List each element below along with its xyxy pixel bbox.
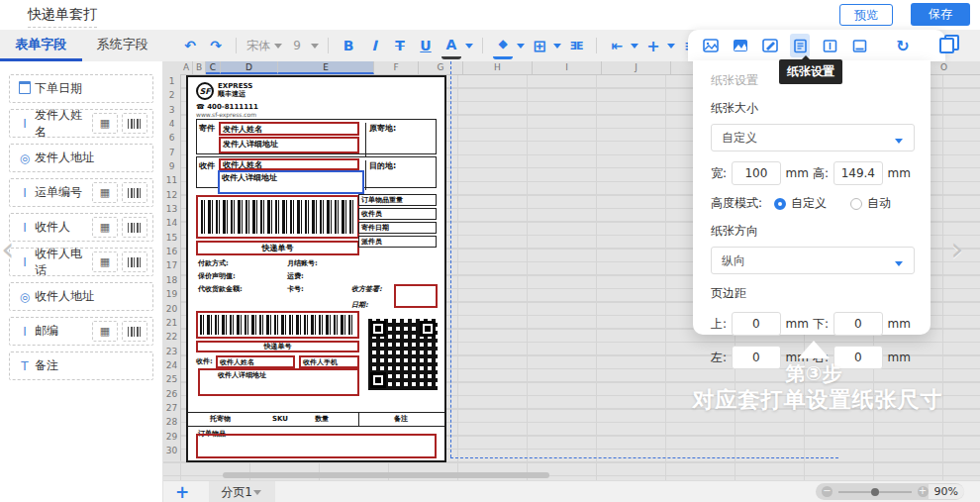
row-number[interactable]: 17 — [163, 258, 180, 272]
expand-panel-chevron[interactable]: › — [950, 234, 964, 263]
zoom-out-button[interactable]: − — [822, 486, 833, 497]
image-icon[interactable] — [701, 34, 721, 57]
order-items-field[interactable] — [196, 434, 437, 458]
row-number[interactable]: 15 — [163, 231, 180, 245]
column-header[interactable]: D — [221, 61, 278, 74]
row-number[interactable]: 12 — [163, 188, 180, 202]
chevron-down-icon[interactable] — [553, 44, 561, 52]
row-number[interactable]: 27 — [163, 401, 180, 415]
row-number[interactable]: 25 — [163, 372, 180, 386]
sidebar-item-sender-name[interactable]: I 发件人姓名 ▦ — [9, 109, 153, 138]
receiver-name-field[interactable]: 收件人姓名 — [216, 355, 295, 368]
column-header[interactable]: E — [278, 61, 374, 74]
redo-icon[interactable]: ↷ — [206, 34, 226, 57]
barcode-field[interactable] — [196, 195, 359, 239]
row-number[interactable]: 18 — [163, 273, 180, 287]
sidebar-item-receiver-phone[interactable]: I 收件人电话 ▦ — [9, 248, 153, 276]
sidebar-item-zipcode[interactable]: I 邮编 ▦ — [9, 317, 153, 346]
date-field[interactable] — [394, 284, 438, 308]
qr-button[interactable]: ▦ — [92, 217, 118, 238]
radio-auto-label[interactable]: 自动 — [867, 195, 891, 212]
row-number[interactable]: 24 — [163, 358, 180, 372]
receiver-phone-field[interactable]: 收件人手机 — [299, 355, 359, 368]
merge-cells-icon[interactable]: ƎE — [566, 34, 586, 57]
column-header[interactable]: H — [463, 61, 533, 74]
strikethrough-icon[interactable]: T — [390, 34, 410, 57]
row-number[interactable]: 4 — [163, 117, 180, 131]
sidebar-item-remark[interactable]: T 备注 — [9, 351, 153, 380]
preview-button[interactable]: 预览 — [839, 4, 893, 26]
collapse-sidebar-chevron[interactable]: ‹ — [1, 234, 15, 263]
barcode-button[interactable] — [122, 182, 147, 203]
receiver-name-field[interactable]: 收件人姓名 — [219, 158, 359, 170]
sender-name-field[interactable]: 发件人姓名 — [219, 122, 359, 136]
qr-button[interactable]: ▦ — [92, 113, 118, 134]
orientation-select[interactable]: 纵向 — [711, 247, 915, 274]
barcode-button[interactable] — [122, 251, 147, 272]
page-tab[interactable]: 分页1 — [209, 481, 275, 502]
sidebar-item-receiver[interactable]: I 收件人 ▦ — [9, 213, 153, 242]
row-number[interactable]: 30 — [163, 444, 180, 457]
qr-button[interactable]: ▦ — [92, 321, 118, 342]
align-icon[interactable]: ⇤ — [607, 34, 627, 57]
row-number[interactable]: 13 — [163, 202, 180, 216]
column-header[interactable]: C — [206, 61, 221, 74]
zoom-in-button[interactable]: + — [918, 486, 929, 497]
barcode-button[interactable] — [122, 321, 147, 342]
sidebar-item-sender-address[interactable]: ◎ 发件人地址 — [9, 144, 153, 172]
column-header[interactable]: B — [193, 61, 206, 74]
barcode-button[interactable] — [122, 113, 147, 134]
row-number[interactable]: 28 — [163, 415, 180, 429]
chevron-down-icon[interactable] — [274, 44, 282, 52]
margin-top-input[interactable]: 0 — [732, 312, 781, 336]
undo-icon[interactable]: ↶ — [180, 34, 200, 57]
insert-icon[interactable]: + — [643, 34, 663, 57]
qr-code[interactable] — [368, 319, 438, 390]
row-number[interactable]: 23 — [163, 345, 180, 358]
height-input[interactable]: 149.4 — [833, 161, 883, 185]
tab-system-fields[interactable]: 系统字段 — [82, 30, 164, 61]
row-number[interactable]: 20 — [163, 302, 180, 316]
qr-button[interactable]: ▦ — [92, 251, 118, 272]
copy-icon[interactable] — [936, 34, 956, 57]
chevron-down-icon[interactable] — [465, 44, 473, 52]
add-page-button[interactable]: + — [175, 482, 189, 502]
row-number[interactable]: 19 — [163, 287, 180, 301]
image-fill-icon[interactable] — [731, 34, 750, 57]
save-button[interactable]: 保存 — [911, 3, 970, 26]
font-color-icon[interactable]: A — [441, 33, 461, 59]
label-document[interactable]: SF EXPRESS 顺丰速运 ☎ 400-8111111 www.sf-exp… — [186, 75, 446, 462]
sender-address-field[interactable]: 发件人详细地址 — [219, 137, 359, 153]
row-number[interactable]: 14 — [163, 216, 180, 230]
font-family-select[interactable]: 宋体 — [246, 34, 270, 57]
column-header[interactable]: J — [602, 61, 671, 74]
italic-icon[interactable]: I — [364, 34, 384, 57]
tab-form-fields[interactable]: 表单字段 — [0, 30, 82, 61]
column-header[interactable]: I — [533, 61, 602, 74]
sidebar-item-order-date[interactable]: 下单日期 — [9, 74, 153, 103]
sidebar-item-receiver-address[interactable]: ◎ 收件人地址 — [9, 282, 153, 311]
chevron-down-icon[interactable] — [895, 261, 903, 270]
row-number[interactable]: 1 — [163, 74, 180, 88]
row-number[interactable]: 7 — [163, 146, 180, 159]
barcode-field[interactable] — [196, 311, 359, 339]
row-number[interactable]: 11 — [163, 173, 180, 187]
zoom-slider-thumb[interactable] — [871, 488, 879, 496]
image-edit-icon[interactable] — [760, 34, 780, 57]
column-header[interactable]: F — [374, 61, 419, 74]
font-size-select[interactable]: 9 — [287, 34, 307, 57]
chevron-down-icon[interactable] — [517, 44, 525, 52]
chevron-down-icon[interactable] — [667, 44, 675, 52]
sidebar-item-waybill-no[interactable]: I 运单编号 ▦ — [9, 178, 153, 207]
qr-button[interactable]: ▦ — [92, 182, 118, 203]
radio-auto[interactable] — [850, 198, 862, 210]
row-number[interactable]: 2 — [163, 88, 180, 102]
row-number[interactable]: 26 — [163, 387, 180, 401]
row-number[interactable]: 6 — [163, 131, 180, 145]
row-number[interactable]: 29 — [163, 430, 180, 444]
row-number[interactable]: 9 — [163, 159, 180, 173]
row-number[interactable]: 21 — [163, 316, 180, 330]
row-number[interactable]: 16 — [163, 245, 180, 258]
column-header[interactable]: O — [940, 61, 947, 74]
receiver-address-field-selected[interactable]: 收件人详细地址 — [218, 170, 364, 194]
